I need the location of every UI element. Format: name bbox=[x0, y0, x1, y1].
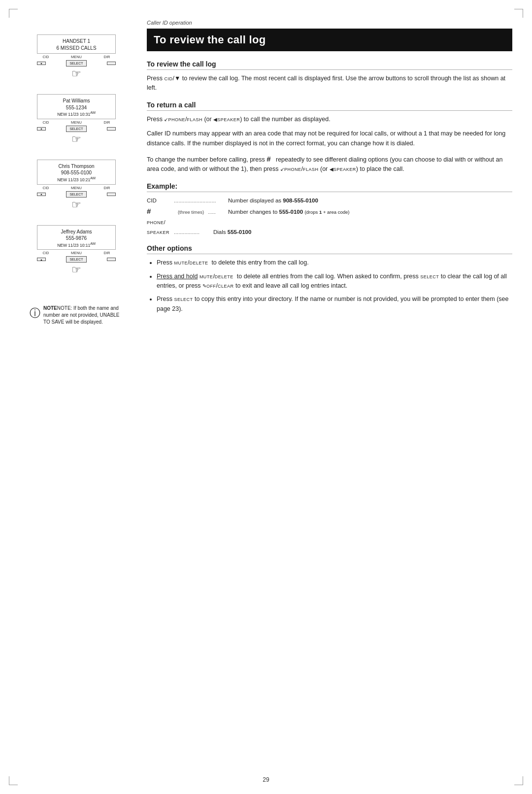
note-text: NOTENOTE: If both the name and number ar… bbox=[43, 305, 123, 326]
screen1-line2: 6 MISSED CALLS bbox=[41, 45, 111, 52]
subsection-other-title: Other options bbox=[147, 244, 512, 254]
select-btn-1[interactable]: SELECT bbox=[66, 60, 86, 66]
example-row-phone: PHONE/ bbox=[147, 218, 512, 227]
section-label: Caller ID operation bbox=[147, 20, 512, 26]
down-arrow-btn-1[interactable]: ▼ bbox=[37, 62, 46, 65]
left-panel: HANDSET 1 6 MISSED CALLS CID MENU DIR ▼ … bbox=[20, 20, 133, 774]
speaker-val: Dials 555-0100 bbox=[213, 228, 251, 236]
speaker-dots: ................. bbox=[174, 228, 213, 237]
screen4-new: NEW 11/23 10:11AM bbox=[41, 242, 111, 248]
up-arrow-btn-3[interactable]: ▲ bbox=[37, 193, 46, 196]
phone-buttons-3: CID MENU DIR bbox=[37, 186, 116, 190]
bullet-item-3: Press SELECT to copy this entry into you… bbox=[157, 295, 512, 314]
cid-label-4: CID bbox=[37, 251, 55, 255]
return-body-3: To change the number before calling, pre… bbox=[147, 153, 512, 174]
placeholder-btn-2 bbox=[107, 127, 116, 131]
other-options-list: Press MUTE/DELETE to delete this entry f… bbox=[147, 258, 512, 314]
menu-label-2: MENU bbox=[67, 120, 85, 125]
page-number: 29 bbox=[263, 776, 269, 783]
dir-label-4: DIR bbox=[98, 251, 116, 255]
select-btn-4[interactable]: SELECT bbox=[66, 256, 86, 263]
phone-screen-1: HANDSET 1 6 MISSED CALLS bbox=[37, 34, 116, 54]
page-container: HANDSET 1 6 MISSED CALLS CID MENU DIR ▼ … bbox=[20, 20, 512, 774]
review-body: Press CID/▼ to review the call log. The … bbox=[147, 74, 512, 93]
cid-dots: ............................ bbox=[174, 197, 228, 205]
return-body-1: Press ↙PHONE/FLASH (or ◀SPEAKER) to call… bbox=[147, 115, 512, 124]
phone-unit-4: Jeffrey Adams 555-9876 NEW 11/23 10:11AM… bbox=[37, 225, 116, 277]
hand-icon-2: ☞ bbox=[71, 133, 81, 146]
placeholder-btn-3 bbox=[107, 193, 116, 196]
speaker-key: SPEAKER bbox=[147, 228, 174, 236]
screen4-line1: Jeffrey Adams bbox=[41, 229, 111, 235]
cid-val: Number displayed as 908-555-0100 bbox=[228, 196, 318, 205]
placeholder-btn-1 bbox=[107, 62, 116, 65]
screen4-line2: 555-9876 bbox=[41, 235, 111, 242]
hand-icon-4: ☞ bbox=[71, 264, 81, 276]
hash-small-prefix: (three times) ...... bbox=[174, 208, 228, 216]
screen2-line2: 555-1234 bbox=[41, 104, 111, 111]
cid-label-1: CID bbox=[37, 55, 55, 59]
up-arrow-btn-2[interactable]: ▲ bbox=[37, 127, 46, 131]
phone-unit-2: Pat Williams 555-1234 NEW 11/23 10:31AM … bbox=[37, 94, 116, 146]
screen2-line1: Pat Williams bbox=[41, 98, 111, 104]
up-arrow-btn-4[interactable]: ▲ bbox=[37, 258, 46, 261]
phone-key: PHONE/ bbox=[147, 218, 174, 227]
hash-val: Number changes to 555-0100 (drops 1 + ar… bbox=[228, 207, 350, 216]
bullet-item-1: Press MUTE/DELETE to delete this entry f… bbox=[157, 258, 512, 267]
phone-unit-1: HANDSET 1 6 MISSED CALLS CID MENU DIR ▼ … bbox=[37, 34, 116, 80]
menu-label-4: MENU bbox=[67, 251, 85, 255]
phone-buttons-2: CID MENU DIR bbox=[37, 120, 116, 125]
title-banner: To review the call log bbox=[147, 29, 512, 51]
dir-label-1: DIR bbox=[98, 55, 116, 59]
return-body-2: Caller ID numbers may appear with an are… bbox=[147, 129, 512, 148]
screen3-line1: Chris Thompson bbox=[41, 163, 111, 170]
right-panel: Caller ID operation To review the call l… bbox=[133, 20, 512, 774]
phone-screen-4: Jeffrey Adams 555-9876 NEW 11/23 10:11AM bbox=[37, 225, 116, 250]
cid-label-3: CID bbox=[37, 186, 55, 190]
note-box: ⓘ NOTENOTE: If both the name and number … bbox=[30, 305, 123, 326]
menu-label-1: MENU bbox=[67, 55, 85, 59]
example-row-cid: CID ............................ Number … bbox=[147, 196, 512, 205]
hand-icon-1: ☞ bbox=[71, 67, 81, 80]
phone-buttons-4: CID MENU DIR bbox=[37, 251, 116, 255]
hash-key: # bbox=[147, 205, 174, 217]
phone-buttons-1: CID MENU DIR bbox=[37, 55, 116, 59]
bullet-item-2: Press and hold MUTE/DELETE to delete all… bbox=[157, 272, 512, 291]
phone-screen-2: Pat Williams 555-1234 NEW 11/23 10:31AM bbox=[37, 94, 116, 119]
screen3-new: NEW 11/23 10:21AM bbox=[41, 176, 111, 182]
placeholder-btn-4 bbox=[107, 258, 116, 261]
phone-screen-3: Chris Thompson 908-555-0100 NEW 11/23 10… bbox=[37, 160, 116, 185]
dir-label-2: DIR bbox=[98, 120, 116, 125]
corner-mark-tr bbox=[514, 9, 523, 18]
menu-label-3: MENU bbox=[67, 186, 85, 190]
dir-label-3: DIR bbox=[98, 186, 116, 190]
screen3-line2: 908-555-0100 bbox=[41, 169, 111, 176]
example-row-hash: # (three times) ...... Number changes to… bbox=[147, 205, 512, 217]
phone-unit-3: Chris Thompson 908-555-0100 NEW 11/23 10… bbox=[37, 160, 116, 211]
select-btn-3[interactable]: SELECT bbox=[66, 191, 86, 198]
corner-mark-br bbox=[514, 776, 523, 785]
subsection-review-title: To review the call log bbox=[147, 60, 512, 70]
select-btn-2[interactable]: SELECT bbox=[66, 126, 86, 132]
example-table: CID ............................ Number … bbox=[147, 196, 512, 237]
corner-mark-bl bbox=[9, 776, 18, 785]
subsection-return-title: To return a call bbox=[147, 101, 512, 111]
cid-label-2: CID bbox=[37, 120, 55, 125]
subsection-example-title: Example: bbox=[147, 182, 512, 192]
corner-mark-tl bbox=[9, 9, 18, 18]
cid-key: CID bbox=[147, 196, 174, 205]
hand-icon-3: ☞ bbox=[71, 198, 81, 211]
screen2-new: NEW 11/23 10:31AM bbox=[41, 111, 111, 117]
info-icon: ⓘ bbox=[30, 306, 40, 321]
screen1-line1: HANDSET 1 bbox=[41, 38, 111, 45]
example-row-speaker: SPEAKER ................. Dials 555-0100 bbox=[147, 228, 512, 237]
